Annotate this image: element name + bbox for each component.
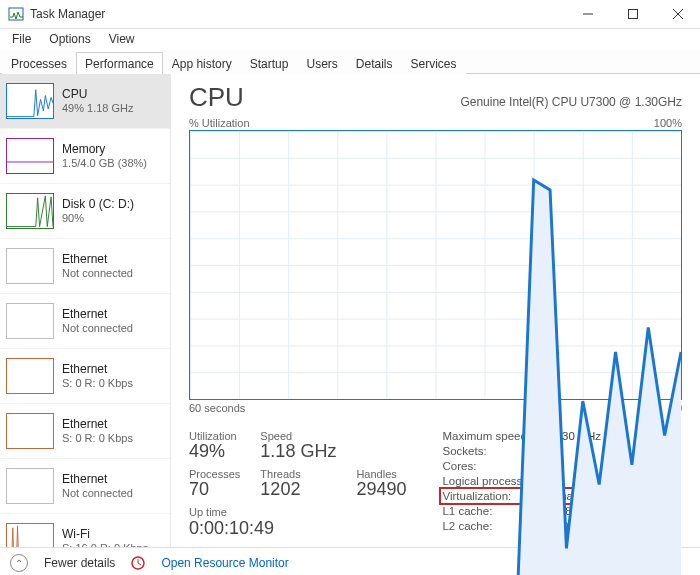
sidebar-item-sub: Not connected	[62, 322, 133, 336]
sidebar-item-label: Memory	[62, 142, 147, 157]
tab-startup[interactable]: Startup	[241, 52, 298, 74]
ethernet-thumbnail	[6, 413, 54, 449]
sidebar-item-ethernet-5[interactable]: EthernetNot connected	[0, 459, 170, 514]
chart-ymax: 100%	[654, 117, 682, 129]
sidebar: CPU49% 1.18 GHz Memory1.5/4.0 GB (38%) D…	[0, 74, 171, 547]
main-panel: CPU Genuine Intel(R) CPU U7300 @ 1.30GHz…	[171, 74, 700, 547]
page-title: CPU	[189, 82, 244, 113]
close-button[interactable]	[655, 0, 700, 28]
sidebar-item-sub: S: 16.0 R: 0 Kbps	[62, 542, 148, 547]
window-title: Task Manager	[30, 7, 105, 21]
sidebar-item-label: Ethernet	[62, 252, 133, 267]
tab-app-history[interactable]: App history	[163, 52, 241, 74]
tab-performance[interactable]: Performance	[76, 52, 163, 74]
cpu-brand: Genuine Intel(R) CPU U7300 @ 1.30GHz	[460, 95, 682, 109]
fewer-details-link[interactable]: Fewer details	[44, 556, 115, 570]
minimize-button[interactable]	[565, 0, 610, 28]
tab-processes[interactable]: Processes	[2, 52, 76, 74]
tabs: Processes Performance App history Startu…	[0, 49, 700, 74]
sidebar-item-sub: S: 0 R: 0 Kbps	[62, 377, 133, 391]
sidebar-item-ethernet-4[interactable]: EthernetS: 0 R: 0 Kbps	[0, 404, 170, 459]
maximize-button[interactable]	[610, 0, 655, 28]
sidebar-item-label: Ethernet	[62, 362, 133, 377]
sidebar-item-sub: Not connected	[62, 267, 133, 281]
menubar: File Options View	[0, 29, 700, 49]
sidebar-item-ethernet-2[interactable]: EthernetNot connected	[0, 294, 170, 349]
sidebar-item-memory[interactable]: Memory1.5/4.0 GB (38%)	[0, 129, 170, 184]
ethernet-thumbnail	[6, 358, 54, 394]
sidebar-item-label: Ethernet	[62, 417, 133, 432]
sidebar-item-sub: 1.5/4.0 GB (38%)	[62, 157, 147, 171]
task-manager-icon	[8, 6, 24, 22]
ethernet-thumbnail	[6, 468, 54, 504]
menu-options[interactable]: Options	[41, 30, 98, 48]
menu-view[interactable]: View	[101, 30, 143, 48]
ethernet-thumbnail	[6, 303, 54, 339]
menu-file[interactable]: File	[4, 30, 39, 48]
sidebar-item-cpu[interactable]: CPU49% 1.18 GHz	[0, 74, 170, 129]
tab-details[interactable]: Details	[347, 52, 402, 74]
disk-thumbnail	[6, 193, 54, 229]
chevron-up-icon[interactable]: ⌃	[10, 554, 28, 572]
svg-rect-2	[628, 10, 637, 19]
sidebar-item-sub: 49% 1.18 GHz	[62, 102, 134, 116]
sidebar-item-ethernet-1[interactable]: EthernetNot connected	[0, 239, 170, 294]
ethernet-thumbnail	[6, 248, 54, 284]
sidebar-item-ethernet-3[interactable]: EthernetS: 0 R: 0 Kbps	[0, 349, 170, 404]
cpu-thumbnail	[6, 83, 54, 119]
svg-line-8	[138, 563, 141, 565]
sidebar-item-sub: 90%	[62, 212, 134, 226]
tab-users[interactable]: Users	[297, 52, 346, 74]
sidebar-item-label: Wi-Fi	[62, 527, 148, 542]
cpu-utilization-chart[interactable]	[189, 130, 682, 400]
sidebar-item-sub: Not connected	[62, 487, 133, 501]
sidebar-item-sub: S: 0 R: 0 Kbps	[62, 432, 133, 446]
sidebar-item-label: CPU	[62, 87, 134, 102]
sidebar-item-wifi[interactable]: Wi-FiS: 16.0 R: 0 Kbps	[0, 514, 170, 547]
chart-ylabel: % Utilization	[189, 117, 250, 129]
sidebar-item-label: Ethernet	[62, 307, 133, 322]
titlebar: Task Manager	[0, 0, 700, 29]
resource-monitor-icon	[131, 556, 145, 570]
tab-services[interactable]: Services	[402, 52, 466, 74]
memory-thumbnail	[6, 138, 54, 174]
sidebar-item-disk0[interactable]: Disk 0 (C: D:)90%	[0, 184, 170, 239]
sidebar-item-label: Disk 0 (C: D:)	[62, 197, 134, 212]
wifi-thumbnail	[6, 523, 54, 547]
sidebar-item-label: Ethernet	[62, 472, 133, 487]
